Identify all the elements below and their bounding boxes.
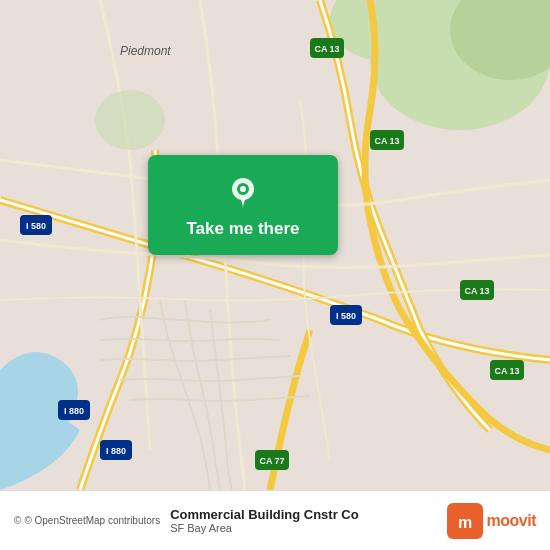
svg-text:CA 13: CA 13 xyxy=(374,136,399,146)
attribution: © © OpenStreetMap contributors xyxy=(14,515,160,526)
svg-text:CA 13: CA 13 xyxy=(494,366,519,376)
place-region: SF Bay Area xyxy=(170,522,232,534)
svg-text:m: m xyxy=(457,514,471,531)
svg-text:I 880: I 880 xyxy=(64,406,84,416)
svg-text:CA 13: CA 13 xyxy=(464,286,489,296)
svg-text:Piedmont: Piedmont xyxy=(120,44,171,58)
place-info: Commercial Building Cnstr Co SF Bay Area xyxy=(170,507,446,534)
moovit-icon: m xyxy=(447,503,483,539)
svg-text:CA 77: CA 77 xyxy=(259,456,284,466)
svg-point-28 xyxy=(240,186,246,192)
moovit-logo: m moovit xyxy=(447,503,536,539)
svg-text:I 580: I 580 xyxy=(336,311,356,321)
svg-text:I 580: I 580 xyxy=(26,221,46,231)
location-pin-icon xyxy=(224,173,262,211)
place-name: Commercial Building Cnstr Co xyxy=(170,507,359,522)
moovit-text: moovit xyxy=(487,512,536,530)
copyright-icon: © xyxy=(14,515,21,526)
svg-text:CA 13: CA 13 xyxy=(314,44,339,54)
take-me-there-label: Take me there xyxy=(186,219,299,239)
map-container: I 580 I 880 I 880 CA 13 CA 13 CA 13 CA 1… xyxy=(0,0,550,490)
take-me-there-button[interactable]: Take me there xyxy=(148,155,338,255)
svg-text:I 880: I 880 xyxy=(106,446,126,456)
attribution-text: © OpenStreetMap contributors xyxy=(24,515,160,526)
svg-point-24 xyxy=(95,90,165,150)
bottom-bar: © © OpenStreetMap contributors Commercia… xyxy=(0,490,550,550)
